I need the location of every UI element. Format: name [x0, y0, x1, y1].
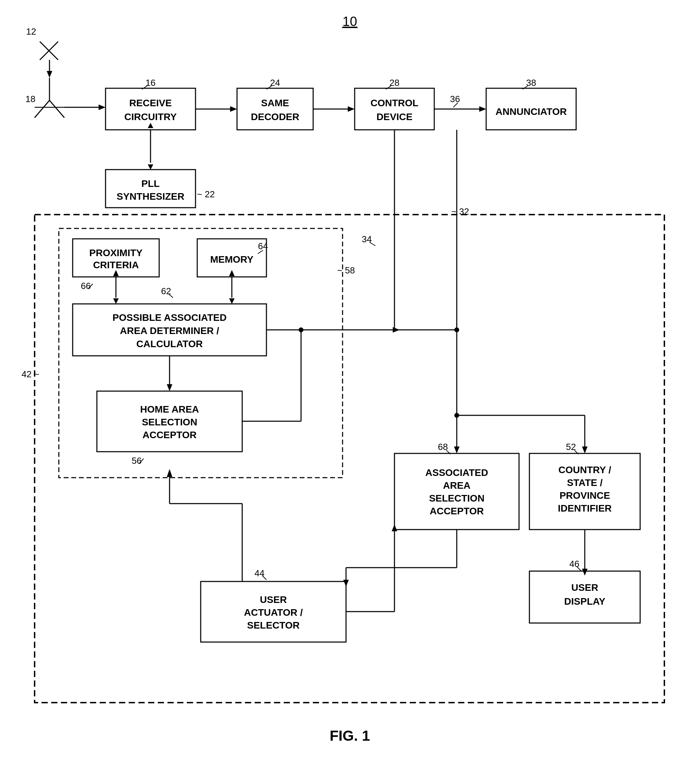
svg-marker-60	[392, 524, 397, 531]
svg-line-7	[49, 100, 64, 118]
diagram-container: 10 FIG. 1 12 18 RECEIVE CIRCUITRY 16	[0, 0, 700, 767]
svg-marker-46	[167, 384, 172, 391]
svg-marker-29	[113, 298, 119, 304]
annunciator-label: ANNUNCIATOR	[495, 106, 567, 117]
receive-circuitry-label2: CIRCUITRY	[124, 111, 177, 122]
annunciator-ref: 38	[526, 78, 536, 88]
user-display-label1: USER	[571, 582, 598, 593]
control-device-ref: 28	[390, 78, 400, 88]
control-device-label2: DEVICE	[377, 111, 412, 122]
line36-ref: 36	[450, 94, 460, 104]
proximity-ref: 66	[81, 281, 91, 291]
memory-ref: 64	[258, 241, 268, 251]
user-actuator-label3: SELECTOR	[247, 620, 300, 631]
antenna-ref-label: 18	[25, 94, 36, 104]
same-decoder-label: SAME	[261, 98, 289, 108]
receive-circuitry-ref: 16	[146, 78, 156, 88]
pll-ref: ~ 22	[197, 189, 215, 199]
pll-synthesizer-label: PLL	[142, 178, 160, 189]
svg-marker-57	[167, 469, 172, 477]
same-decoder-label2: DECODER	[251, 111, 299, 122]
svg-marker-4	[47, 71, 52, 78]
associated-area-box	[395, 454, 519, 530]
home-area-label3: ACCEPTOR	[143, 430, 197, 440]
same-decoder-ref: 24	[270, 78, 280, 88]
svg-marker-63	[582, 569, 587, 576]
svg-marker-67	[343, 580, 349, 587]
memory-label: MEMORY	[210, 254, 254, 265]
outer-dashed-box	[35, 215, 664, 703]
svg-marker-24	[148, 164, 153, 170]
diagram-title: 10	[342, 14, 357, 29]
inner-box-ref: ~ 58	[337, 265, 355, 275]
home-area-label2: SELECTION	[142, 417, 197, 428]
line32-ref: ~ 32	[451, 206, 469, 217]
possible-area-label1: POSSIBLE ASSOCIATED	[113, 312, 227, 323]
svg-marker-40	[454, 447, 460, 454]
svg-marker-13	[230, 106, 237, 112]
home-area-label1: HOME AREA	[140, 404, 199, 415]
associated-area-label1: ASSOCIATED	[425, 467, 488, 478]
country-state-label3: PROVINCE	[560, 490, 610, 501]
control-device-label: CONTROL	[371, 98, 418, 108]
user-actuator-label1: USER	[260, 594, 287, 605]
home-area-ref: 56	[132, 455, 142, 466]
signal-ref-label: 12	[26, 26, 37, 37]
same-decoder-box	[237, 88, 313, 130]
possible-area-label3: CALCULATOR	[136, 339, 203, 349]
user-display-label2: DISPLAY	[564, 596, 606, 607]
svg-point-50	[299, 328, 304, 332]
proximity-criteria-label2: CRITERIA	[93, 259, 139, 271]
svg-marker-28	[113, 270, 119, 276]
svg-point-68	[454, 328, 459, 332]
receive-circuitry-label: RECEIVE	[129, 98, 172, 108]
svg-marker-43	[582, 447, 587, 454]
outer-box-ref: 42 ~	[21, 369, 39, 379]
associated-area-label2: AREA	[443, 480, 470, 491]
svg-marker-19	[479, 106, 486, 112]
svg-marker-10	[99, 105, 105, 110]
country-state-label2: STATE /	[567, 477, 603, 488]
proximity-criteria-label: PROXIMITY	[89, 247, 143, 258]
svg-marker-16	[348, 106, 355, 112]
svg-marker-23	[148, 123, 153, 128]
associated-area-label4: ACCEPTOR	[430, 506, 484, 516]
svg-marker-31	[229, 270, 235, 276]
svg-point-69	[454, 413, 459, 418]
possible-area-label2: AREA DETERMINER /	[120, 325, 220, 336]
svg-line-6	[35, 100, 49, 118]
figure-label: FIG. 1	[330, 727, 370, 744]
country-state-label4: IDENTIFIER	[558, 503, 612, 514]
control-device-box	[355, 88, 434, 130]
pll-synthesizer-label2: SYNTHESIZER	[117, 191, 185, 202]
svg-marker-32	[229, 298, 235, 304]
user-actuator-label2: ACTUATOR /	[244, 607, 303, 618]
associated-area-label3: SELECTION	[429, 493, 484, 504]
country-state-label1: COUNTRY /	[558, 465, 611, 475]
